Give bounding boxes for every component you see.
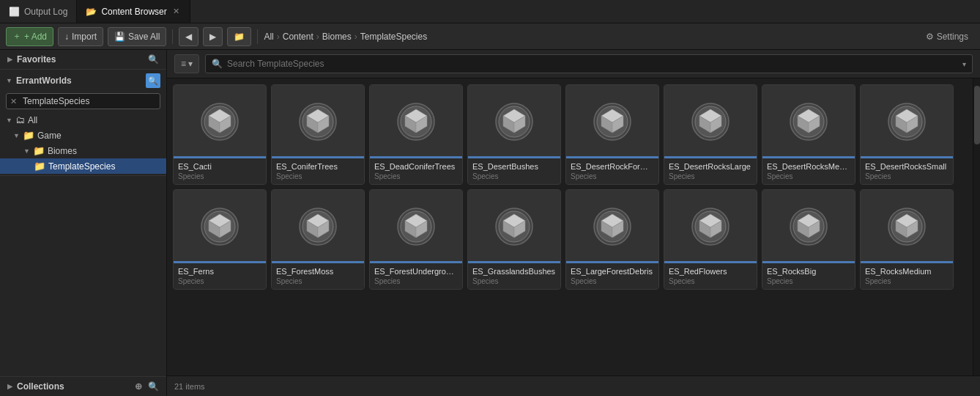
filter-button[interactable]: ≡ ▾ xyxy=(174,54,199,73)
asset-name: ES_ConiferTrees xyxy=(276,162,360,171)
import-button[interactable]: ↓ Import xyxy=(58,27,103,46)
import-icon: ↓ xyxy=(64,32,69,42)
add-label: + Add xyxy=(24,32,47,42)
asset-name: ES_Cacti xyxy=(178,162,261,171)
search-box: 🔍 ▾ xyxy=(205,54,973,73)
breadcrumb-all[interactable]: All xyxy=(264,32,273,42)
tab-output-log[interactable]: ⬜ Output Log xyxy=(0,0,77,23)
collections-search-icon[interactable]: 🔍 xyxy=(148,381,159,392)
asset-thumb-accent xyxy=(861,261,953,263)
save-all-button[interactable]: 💾 Save All xyxy=(108,27,166,46)
asset-name: ES_DesertRocksSmall xyxy=(865,162,949,171)
breadcrumb-biomes[interactable]: Biomes xyxy=(322,32,352,42)
asset-thumb-accent xyxy=(762,156,855,158)
asset-info: ES_DesertRockFormations Species xyxy=(566,158,658,184)
asset-name: ES_DesertRockFormations xyxy=(571,162,654,171)
collections-header[interactable]: ▶ Collections ⊕ 🔍 xyxy=(0,377,166,396)
asset-thumbnail xyxy=(174,85,266,158)
add-button[interactable]: ＋ + Add xyxy=(6,27,53,46)
tab-content-browser[interactable]: 📂 Content Browser ✕ xyxy=(77,0,190,23)
asset-info: ES_DesertRocksLarge Species xyxy=(664,158,757,184)
asset-card[interactable]: ES_ConiferTrees Species xyxy=(271,84,365,185)
cube-icon xyxy=(494,207,534,246)
tree-item-game[interactable]: ▼ 📁 Game xyxy=(0,128,166,143)
asset-thumbnail xyxy=(861,190,953,263)
collections-triangle: ▶ xyxy=(7,383,12,390)
asset-card[interactable]: ES_GrasslandsBushes Species xyxy=(467,189,561,290)
asset-card[interactable]: ES_DesertRockFormations Species xyxy=(565,84,659,185)
asset-card[interactable]: ES_DeadConiferTrees Species xyxy=(369,84,463,185)
favorites-header[interactable]: ▶ Favorites 🔍 xyxy=(0,50,166,69)
toolbar: ＋ + Add ↓ Import 💾 Save All ◀ ▶ 📁 All › … xyxy=(0,23,980,50)
asset-grid: ES_Cacti Species xyxy=(167,78,973,375)
scroll-indicator[interactable] xyxy=(973,78,980,375)
errant-worlds-header[interactable]: ▼ ErrantWorlds 🔍 xyxy=(0,70,166,92)
tab-output-log-label: Output Log xyxy=(24,7,67,17)
asset-name: ES_ForestMoss xyxy=(276,267,360,276)
tree-item-all[interactable]: ▼ 🗂 All xyxy=(0,112,166,128)
folder-button[interactable]: 📁 xyxy=(227,27,251,46)
filter-dropdown-icon: ▾ xyxy=(188,59,193,69)
asset-thumb-accent xyxy=(566,261,658,263)
asset-card[interactable]: ES_RocksMedium Species xyxy=(860,189,954,290)
asset-thumb-accent xyxy=(370,261,462,263)
breadcrumb-content[interactable]: Content xyxy=(283,32,313,42)
search-input[interactable] xyxy=(227,59,958,69)
asset-name: ES_GrasslandsBushes xyxy=(472,267,556,276)
asset-card[interactable]: ES_RedFlowers Species xyxy=(664,189,757,290)
asset-name: ES_DesertRocksLarge xyxy=(669,162,752,171)
add-icon: ＋ xyxy=(12,30,21,43)
folder-search-input[interactable] xyxy=(6,93,160,109)
settings-button[interactable]: ⚙ Settings xyxy=(920,29,974,45)
asset-type: Species xyxy=(571,172,654,180)
asset-name: ES_LargeForestDebris xyxy=(571,267,654,276)
asset-card[interactable]: ES_RocksBig Species xyxy=(762,189,855,290)
forward-button[interactable]: ▶ xyxy=(203,27,223,46)
all-folder-icon: 🗂 xyxy=(15,114,25,125)
asset-info: ES_DesertRocksMedium Species xyxy=(762,158,855,184)
asset-card[interactable]: ES_DesertBushes Species xyxy=(467,84,561,185)
cube-icon xyxy=(691,102,730,142)
asset-card[interactable]: ES_DesertRocksLarge Species xyxy=(664,84,757,185)
asset-card[interactable]: ES_ForestUndergrowth Species xyxy=(369,189,463,290)
asset-type: Species xyxy=(472,172,556,180)
tree-item-biomes[interactable]: ▼ 📁 Biomes xyxy=(0,143,166,158)
collections-label: Collections xyxy=(17,381,64,392)
breadcrumb-sep-2: › xyxy=(316,32,319,42)
favorites-search-icon[interactable]: 🔍 xyxy=(148,54,159,65)
cube-icon xyxy=(789,102,828,142)
asset-thumb-accent xyxy=(272,261,364,263)
asset-thumb-accent xyxy=(861,156,953,158)
asset-info: ES_RedFlowers Species xyxy=(664,263,757,289)
asset-name: ES_RocksBig xyxy=(767,267,850,276)
asset-thumb-accent xyxy=(468,261,560,263)
tree-item-all-label: All xyxy=(28,115,37,125)
tree-item-game-label: Game xyxy=(37,131,62,141)
search-dropdown-icon[interactable]: ▾ xyxy=(962,60,966,68)
asset-info: ES_DesertBushes Species xyxy=(468,158,560,184)
favorites-label: Favorites xyxy=(17,54,56,65)
breadcrumb-templatespecies[interactable]: TemplateSpecies xyxy=(360,32,427,42)
asset-type: Species xyxy=(865,172,949,180)
settings-label: Settings xyxy=(937,32,968,42)
clear-search-icon[interactable]: ✕ xyxy=(10,97,17,106)
errant-worlds-section: ▼ ErrantWorlds 🔍 ✕ ▼ 🗂 All xyxy=(0,70,166,176)
asset-card[interactable]: ES_LargeForestDebris Species xyxy=(565,189,659,290)
asset-card[interactable]: ES_ForestMoss Species xyxy=(271,189,365,290)
back-button[interactable]: ◀ xyxy=(179,27,198,46)
asset-type: Species xyxy=(178,172,261,180)
grid-wrapper: ES_Cacti Species xyxy=(167,78,980,375)
tree-item-templatespecies[interactable]: 📁 TemplateSpecies xyxy=(0,158,166,174)
asset-card[interactable]: ES_DesertRocksSmall Species xyxy=(860,84,954,185)
asset-card[interactable]: ES_Ferns Species xyxy=(173,189,267,290)
asset-thumb-accent xyxy=(272,156,364,158)
tab-close-button[interactable]: ✕ xyxy=(171,5,181,18)
asset-card[interactable]: ES_DesertRocksMedium Species xyxy=(762,84,855,185)
collections-add-icon[interactable]: ⊕ xyxy=(135,381,142,392)
asset-card[interactable]: ES_Cacti Species xyxy=(173,84,267,185)
asset-info: ES_ConiferTrees Species xyxy=(272,158,364,184)
asset-thumb-accent xyxy=(664,261,757,263)
game-folder-icon: 📁 xyxy=(23,130,34,141)
errant-worlds-search-button[interactable]: 🔍 xyxy=(146,73,160,88)
breadcrumb: All › Content › Biomes › TemplateSpecies xyxy=(264,32,427,42)
